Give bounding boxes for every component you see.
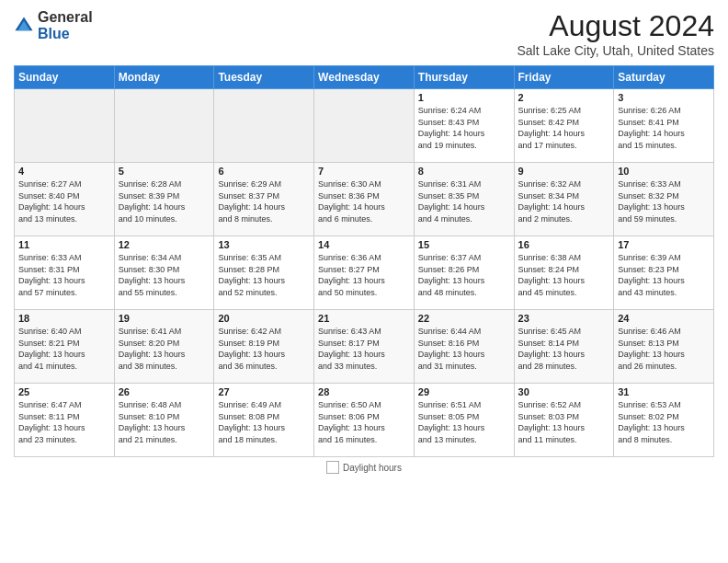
- calendar-cell: 13Sunrise: 6:35 AM Sunset: 8:28 PM Dayli…: [214, 236, 314, 310]
- day-number: 10: [618, 166, 710, 177]
- calendar-cell: [15, 89, 115, 163]
- calendar-cell: 23Sunrise: 6:45 AM Sunset: 8:14 PM Dayli…: [514, 310, 614, 384]
- calendar-cell: 20Sunrise: 6:42 AM Sunset: 8:19 PM Dayli…: [214, 310, 314, 384]
- calendar-table: SundayMondayTuesdayWednesdayThursdayFrid…: [14, 65, 714, 457]
- day-info: Sunrise: 6:50 AM Sunset: 8:06 PM Dayligh…: [318, 399, 410, 445]
- day-number: 29: [418, 386, 510, 397]
- day-info: Sunrise: 6:49 AM Sunset: 8:08 PM Dayligh…: [218, 399, 310, 445]
- calendar-cell: 27Sunrise: 6:49 AM Sunset: 8:08 PM Dayli…: [214, 384, 314, 457]
- weekday-header-tuesday: Tuesday: [214, 66, 314, 89]
- day-info: Sunrise: 6:25 AM Sunset: 8:42 PM Dayligh…: [518, 105, 610, 151]
- day-number: 16: [518, 239, 610, 250]
- day-number: 20: [218, 313, 310, 324]
- day-number: 7: [318, 166, 410, 177]
- calendar-cell: 18Sunrise: 6:40 AM Sunset: 8:21 PM Dayli…: [15, 310, 115, 384]
- calendar-cell: 1Sunrise: 6:24 AM Sunset: 8:43 PM Daylig…: [414, 89, 514, 163]
- day-info: Sunrise: 6:30 AM Sunset: 8:36 PM Dayligh…: [318, 178, 410, 224]
- day-info: Sunrise: 6:33 AM Sunset: 8:32 PM Dayligh…: [618, 178, 710, 224]
- day-number: 2: [518, 92, 610, 103]
- day-number: 14: [318, 239, 410, 250]
- day-number: 6: [218, 166, 310, 177]
- day-info: Sunrise: 6:37 AM Sunset: 8:26 PM Dayligh…: [418, 252, 510, 298]
- calendar-cell: 10Sunrise: 6:33 AM Sunset: 8:32 PM Dayli…: [614, 163, 714, 236]
- logo: General Blue: [14, 9, 93, 41]
- weekday-header-monday: Monday: [114, 66, 214, 89]
- calendar-cell: 15Sunrise: 6:37 AM Sunset: 8:26 PM Dayli…: [414, 236, 514, 310]
- day-number: 19: [119, 313, 210, 324]
- calendar-cell: 8Sunrise: 6:31 AM Sunset: 8:35 PM Daylig…: [414, 163, 514, 236]
- day-info: Sunrise: 6:47 AM Sunset: 8:11 PM Dayligh…: [18, 399, 110, 445]
- calendar-cell: 7Sunrise: 6:30 AM Sunset: 8:36 PM Daylig…: [314, 163, 415, 236]
- day-number: 15: [418, 239, 510, 250]
- calendar-cell: 4Sunrise: 6:27 AM Sunset: 8:40 PM Daylig…: [15, 163, 115, 236]
- day-info: Sunrise: 6:41 AM Sunset: 8:20 PM Dayligh…: [119, 326, 210, 372]
- week-row-3: 18Sunrise: 6:40 AM Sunset: 8:21 PM Dayli…: [15, 310, 714, 384]
- day-info: Sunrise: 6:53 AM Sunset: 8:02 PM Dayligh…: [618, 399, 710, 445]
- logo-blue-text: Blue: [38, 26, 70, 41]
- logo-general-text: General: [38, 9, 93, 25]
- day-number: 17: [618, 239, 710, 250]
- day-number: 1: [418, 92, 510, 103]
- day-info: Sunrise: 6:29 AM Sunset: 8:37 PM Dayligh…: [218, 178, 310, 224]
- day-info: Sunrise: 6:51 AM Sunset: 8:05 PM Dayligh…: [418, 399, 510, 445]
- legend-box-daylight: [326, 461, 339, 474]
- day-info: Sunrise: 6:33 AM Sunset: 8:31 PM Dayligh…: [18, 252, 110, 298]
- weekday-header-friday: Friday: [514, 66, 614, 89]
- day-number: 27: [218, 386, 310, 397]
- calendar-cell: 16Sunrise: 6:38 AM Sunset: 8:24 PM Dayli…: [514, 236, 614, 310]
- day-info: Sunrise: 6:48 AM Sunset: 8:10 PM Dayligh…: [119, 399, 210, 445]
- calendar-cell: 5Sunrise: 6:28 AM Sunset: 8:39 PM Daylig…: [114, 163, 214, 236]
- day-info: Sunrise: 6:44 AM Sunset: 8:16 PM Dayligh…: [418, 326, 510, 372]
- day-info: Sunrise: 6:27 AM Sunset: 8:40 PM Dayligh…: [18, 178, 110, 224]
- day-number: 4: [18, 166, 110, 177]
- day-info: Sunrise: 6:36 AM Sunset: 8:27 PM Dayligh…: [318, 252, 410, 298]
- weekday-header-thursday: Thursday: [414, 66, 514, 89]
- day-info: Sunrise: 6:42 AM Sunset: 8:19 PM Dayligh…: [218, 326, 310, 372]
- legend-daylight-label: Daylight hours: [343, 463, 402, 473]
- calendar-cell: 22Sunrise: 6:44 AM Sunset: 8:16 PM Dayli…: [414, 310, 514, 384]
- weekday-header-wednesday: Wednesday: [314, 66, 415, 89]
- calendar-cell: [314, 89, 415, 163]
- day-info: Sunrise: 6:24 AM Sunset: 8:43 PM Dayligh…: [418, 105, 510, 151]
- week-row-0: 1Sunrise: 6:24 AM Sunset: 8:43 PM Daylig…: [15, 89, 714, 163]
- calendar-cell: [114, 89, 214, 163]
- weekday-header-sunday: Sunday: [15, 66, 115, 89]
- day-info: Sunrise: 6:43 AM Sunset: 8:17 PM Dayligh…: [318, 326, 410, 372]
- logo-icon: [14, 16, 34, 36]
- day-number: 30: [518, 386, 610, 397]
- calendar-cell: 17Sunrise: 6:39 AM Sunset: 8:23 PM Dayli…: [614, 236, 714, 310]
- footer: Daylight hours: [14, 461, 714, 474]
- calendar-cell: 25Sunrise: 6:47 AM Sunset: 8:11 PM Dayli…: [15, 384, 115, 457]
- day-number: 31: [618, 386, 710, 397]
- day-info: Sunrise: 6:40 AM Sunset: 8:21 PM Dayligh…: [18, 326, 110, 372]
- day-info: Sunrise: 6:26 AM Sunset: 8:41 PM Dayligh…: [618, 105, 710, 151]
- weekday-header-row: SundayMondayTuesdayWednesdayThursdayFrid…: [15, 66, 714, 89]
- day-info: Sunrise: 6:45 AM Sunset: 8:14 PM Dayligh…: [518, 326, 610, 372]
- calendar-cell: 26Sunrise: 6:48 AM Sunset: 8:10 PM Dayli…: [114, 384, 214, 457]
- day-number: 24: [618, 313, 710, 324]
- calendar-cell: 19Sunrise: 6:41 AM Sunset: 8:20 PM Dayli…: [114, 310, 214, 384]
- day-number: 26: [119, 386, 210, 397]
- day-number: 23: [518, 313, 610, 324]
- header: General Blue August 2024 Salt Lake City,…: [14, 9, 714, 58]
- day-number: 12: [119, 239, 210, 250]
- day-number: 11: [18, 239, 110, 250]
- day-number: 8: [418, 166, 510, 177]
- calendar-cell: 14Sunrise: 6:36 AM Sunset: 8:27 PM Dayli…: [314, 236, 415, 310]
- day-info: Sunrise: 6:31 AM Sunset: 8:35 PM Dayligh…: [418, 178, 510, 224]
- week-row-4: 25Sunrise: 6:47 AM Sunset: 8:11 PM Dayli…: [15, 384, 714, 457]
- page: General Blue August 2024 Salt Lake City,…: [0, 0, 728, 563]
- calendar-cell: [214, 89, 314, 163]
- calendar-cell: 29Sunrise: 6:51 AM Sunset: 8:05 PM Dayli…: [414, 384, 514, 457]
- day-info: Sunrise: 6:39 AM Sunset: 8:23 PM Dayligh…: [618, 252, 710, 298]
- month-title: August 2024: [517, 9, 714, 43]
- day-info: Sunrise: 6:52 AM Sunset: 8:03 PM Dayligh…: [518, 399, 610, 445]
- day-number: 21: [318, 313, 410, 324]
- calendar-cell: 30Sunrise: 6:52 AM Sunset: 8:03 PM Dayli…: [514, 384, 614, 457]
- calendar-cell: 31Sunrise: 6:53 AM Sunset: 8:02 PM Dayli…: [614, 384, 714, 457]
- calendar-cell: 28Sunrise: 6:50 AM Sunset: 8:06 PM Dayli…: [314, 384, 415, 457]
- weekday-header-saturday: Saturday: [614, 66, 714, 89]
- day-number: 9: [518, 166, 610, 177]
- day-number: 5: [119, 166, 210, 177]
- day-info: Sunrise: 6:35 AM Sunset: 8:28 PM Dayligh…: [218, 252, 310, 298]
